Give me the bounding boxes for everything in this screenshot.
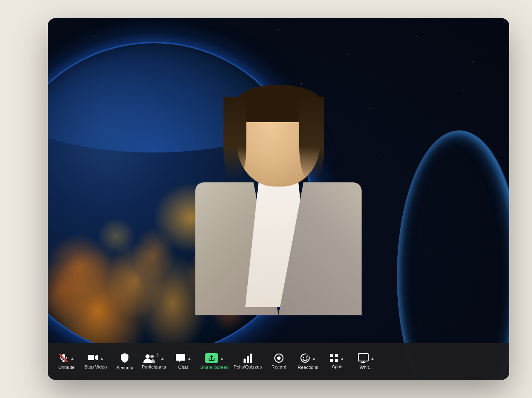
participants-count: 1 — [156, 353, 159, 357]
svg-point-7 — [150, 355, 154, 358]
record-button[interactable]: Record — [264, 350, 293, 373]
participants-button[interactable]: 1 ▲ Participants — [139, 350, 169, 373]
participants-icon-row: 1 ▲ — [143, 354, 164, 363]
unmute-chevron: ▲ — [70, 356, 74, 361]
polls-icon — [244, 354, 252, 363]
unmute-button[interactable]: ▲ Unmute — [52, 350, 81, 373]
record-label: Record — [271, 364, 286, 369]
apps-chevron: ▲ — [340, 356, 344, 361]
camera-icon — [87, 354, 98, 363]
svg-point-6 — [145, 354, 150, 359]
svg-point-9 — [303, 357, 304, 358]
share-screen-label: Share Screen — [200, 365, 229, 370]
security-label: Security — [116, 365, 133, 370]
whiteboard-chevron: ▲ — [370, 356, 374, 361]
apps-icon — [330, 354, 338, 362]
toolbar: ▲ Unmute ▲ Stop Video — [48, 343, 509, 380]
unmute-label: Unmute — [58, 365, 74, 370]
stop-video-icon-row: ▲ — [87, 354, 104, 363]
svg-rect-4 — [88, 355, 94, 360]
whiteboard-icon — [358, 353, 369, 363]
person-body — [195, 182, 362, 357]
reactions-chevron: ▲ — [312, 356, 316, 361]
participants-icon — [143, 354, 155, 363]
share-screen-chevron: ▲ — [220, 356, 224, 361]
chat-icon — [175, 353, 186, 363]
whiteboard-label: Whit... — [360, 365, 373, 370]
stop-video-chevron: ▲ — [100, 356, 104, 361]
share-screen-icon-row: ▲ — [205, 353, 224, 363]
whiteboard-icon-row: ▲ — [358, 353, 374, 363]
record-icon — [274, 354, 283, 363]
mic-muted-icon — [59, 353, 69, 363]
apps-label: Apps — [332, 364, 342, 369]
stop-video-button[interactable]: ▲ Stop Video — [81, 350, 110, 373]
whiteboard-button[interactable]: ▲ Whit... — [352, 350, 381, 373]
chat-label: Chat — [178, 365, 188, 370]
apps-button[interactable]: ▲ Apps — [323, 351, 352, 372]
zoom-window: ▲ Unmute ▲ Stop Video — [48, 18, 509, 380]
participants-chevron: ▲ — [160, 356, 165, 361]
person-hair — [235, 85, 322, 176]
reactions-icon: + — [300, 353, 310, 363]
unmute-icon-row: ▲ — [59, 353, 74, 363]
reactions-label: Reactions — [298, 365, 318, 370]
chat-button[interactable]: ▲ Chat — [169, 350, 198, 373]
svg-marker-5 — [95, 355, 98, 360]
security-icon-row — [120, 353, 129, 364]
share-screen-button[interactable]: ▲ Share Screen — [198, 350, 231, 373]
svg-text:+: + — [306, 354, 308, 358]
participants-label: Participants — [142, 364, 166, 369]
chat-chevron: ▲ — [187, 356, 192, 361]
svg-rect-13 — [358, 354, 368, 361]
apps-icon-row: ▲ — [330, 354, 344, 362]
stop-video-label: Stop Video — [84, 364, 107, 369]
shield-icon — [120, 353, 129, 364]
share-screen-icon — [205, 353, 218, 363]
polls-quizzes-button[interactable]: Polls/Quizzes — [231, 350, 264, 373]
record-icon-row — [274, 354, 283, 363]
reactions-icon-row: + ▲ — [300, 353, 316, 363]
security-button[interactable]: Security — [110, 349, 139, 373]
person-hair-left — [224, 97, 246, 180]
polls-quizzes-label: Polls/Quizzes — [234, 364, 262, 369]
polls-icon-row — [244, 354, 252, 363]
video-area: ▲ Unmute ▲ Stop Video — [48, 18, 509, 380]
person — [162, 66, 395, 357]
chat-icon-row: ▲ — [175, 353, 192, 363]
reactions-button[interactable]: + ▲ Reactions — [293, 350, 323, 373]
